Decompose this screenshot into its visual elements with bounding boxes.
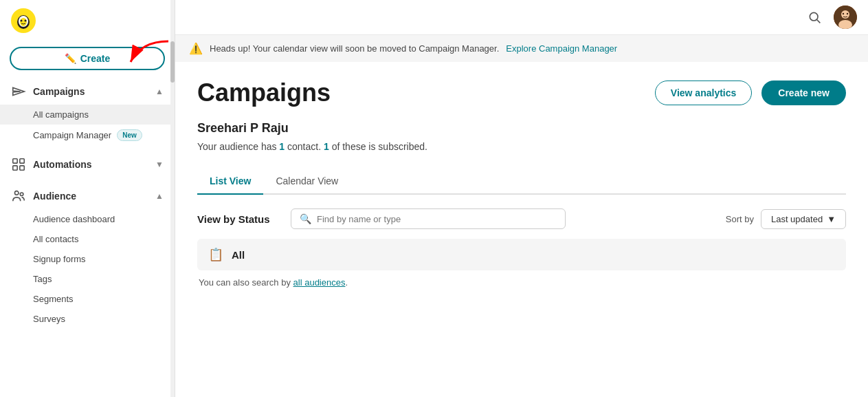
topbar [175,0,868,35]
page-title: Campaigns [197,78,331,107]
tab-list-view[interactable]: List View [197,169,263,195]
tags-label: Tags [33,274,52,284]
svg-point-3 [20,18,27,26]
svg-line-14 [817,20,821,23]
svg-point-11 [15,191,19,195]
create-button[interactable]: ✏️ Create [10,47,165,70]
sort-chevron-icon: ▼ [827,214,836,224]
page-header: Campaigns View analytics Create new [197,78,846,107]
search-hint: You can also search by all audiences. [197,277,846,288]
all-campaigns-row[interactable]: 📋 All [197,239,846,270]
audience-count-2: 1 [324,141,329,152]
nav-audience[interactable]: Audience ▲ [0,183,175,209]
search-button[interactable] [803,6,825,28]
sidebar-header [0,0,175,41]
sort-current-value: Last updated [771,214,823,224]
search-hint-after: . [345,277,348,288]
warning-icon: ⚠️ [189,42,203,55]
search-icon [808,10,821,24]
view-tabs: List View Calendar View [197,169,846,195]
svg-point-12 [20,193,23,196]
audience-text-after: of these is subscribed. [329,141,427,152]
sort-by-label: Sort by [726,214,754,224]
audience-dashboard-label: Audience dashboard [33,214,115,224]
sidebar-item-signup-forms[interactable]: Signup forms [0,249,175,269]
signup-forms-label: Signup forms [33,254,86,264]
sort-select[interactable]: Last updated ▼ [761,209,846,229]
audience-icon [11,189,26,204]
nav-audience-section: Audience ▲ Audience dashboard All contac… [0,180,175,332]
search-box[interactable]: 🔍 [291,208,566,229]
sidebar-item-surveys[interactable]: Surveys [0,309,175,329]
all-contacts-label: All contacts [33,234,78,244]
view-by-status-label: View by Status [197,213,280,225]
all-audiences-link[interactable]: all audiences [293,277,346,288]
search-input[interactable] [317,214,557,224]
all-campaigns-icon: 📋 [208,247,223,262]
audience-chevron-icon: ▲ [155,191,164,201]
notice-text: Heads up! Your calendar view will soon b… [210,43,499,54]
create-label: Create [80,53,111,64]
notice-banner: ⚠️ Heads up! Your calendar view will soo… [175,35,868,62]
nav-campaigns[interactable]: Campaigns ▲ [0,78,175,105]
svg-point-19 [847,13,848,14]
sidebar-item-all-campaigns[interactable]: All campaigns [0,105,175,125]
nav-automations[interactable]: Automations ▼ [0,151,175,178]
surveys-label: Surveys [33,314,65,324]
nav-automations-section: Automations ▼ [0,149,175,180]
all-label: All [232,249,245,261]
campaigns-chevron-icon: ▲ [155,87,164,96]
sidebar-item-audience-dashboard[interactable]: Audience dashboard [0,209,175,229]
search-hint-text: You can also search by [199,277,293,288]
automations-chevron-icon: ▼ [155,160,164,169]
tab-calendar-view[interactable]: Calendar View [263,169,350,195]
campaigns-icon [11,84,26,99]
svg-point-13 [810,12,818,21]
svg-point-4 [21,20,23,22]
audience-label: Audience [33,191,76,202]
avatar[interactable] [834,6,857,29]
sort-area: Sort by Last updated ▼ [726,209,846,229]
all-campaigns-label: All campaigns [33,109,89,120]
svg-rect-9 [13,166,17,170]
svg-rect-10 [20,166,24,170]
header-actions: View analytics Create new [655,81,846,105]
user-name: Sreehari P Raju [197,121,846,136]
avatar-icon [834,6,857,29]
svg-rect-7 [13,159,17,163]
explore-campaign-manager-link[interactable]: Explore Campaign Manager [506,43,617,54]
scrollbar-thumb[interactable] [170,41,175,83]
audience-count-1: 1 [279,141,285,152]
main-content: ⚠️ Heads up! Your calendar view will soo… [175,0,868,397]
segments-label: Segments [33,294,74,304]
automations-icon [11,157,26,172]
campaign-manager-new-badge: New [117,129,142,141]
mailchimp-logo-icon[interactable] [11,8,36,33]
audience-info: Your audience has 1 contact. 1 of these … [197,141,846,152]
audience-text-middle: contact. [285,141,324,152]
campaign-manager-label: Campaign Manager [33,130,111,140]
view-analytics-button[interactable]: View analytics [655,81,752,105]
automations-label: Automations [33,159,92,170]
campaigns-label: Campaigns [33,86,85,97]
page-content-area: Campaigns View analytics Create new Sree… [175,62,868,397]
filter-bar: View by Status 🔍 Sort by Last updated ▼ [197,208,846,229]
svg-rect-8 [20,159,24,163]
create-new-button[interactable]: Create new [761,81,846,105]
svg-point-5 [25,20,27,22]
pencil-icon: ✏️ [65,53,76,64]
audience-text-before: Your audience has [197,141,279,152]
sidebar: ✏️ Create Campaigns ▲ All campaigns Camp… [0,0,175,397]
sidebar-item-campaign-manager[interactable]: Campaign Manager New [0,125,175,146]
search-box-icon: 🔍 [300,213,311,224]
svg-point-18 [843,13,844,14]
sidebar-item-all-contacts[interactable]: All contacts [0,229,175,249]
sidebar-item-segments[interactable]: Segments [0,289,175,309]
nav-campaigns-section: Campaigns ▲ All campaigns Campaign Manag… [0,76,175,149]
sidebar-item-tags[interactable]: Tags [0,269,175,289]
scrollbar-track[interactable] [170,0,175,397]
